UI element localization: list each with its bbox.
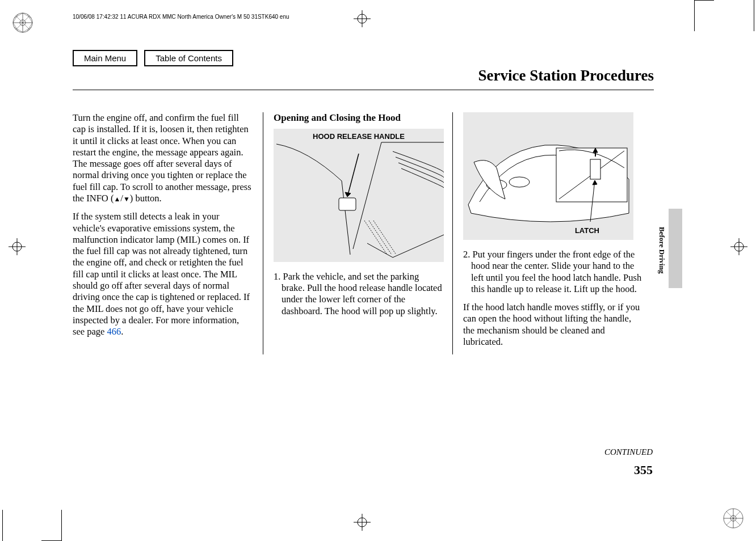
page-link-466[interactable]: 466 [107,326,121,337]
column-2: Opening and Closing the Hood HOOD RELEAS… [263,112,453,354]
page-title: Service Station Procedures [478,67,654,84]
crop-mark [694,0,714,1]
svg-rect-32 [339,198,356,210]
figure-label: LATCH [575,226,599,235]
svg-line-22 [13,14,18,23]
col1-para2: If the system still detects a leak in yo… [73,211,253,337]
svg-line-24 [27,14,32,23]
figure-label: HOOD RELEASE HANDLE [274,132,444,141]
hood-heading: Opening and Closing the Hood [274,112,442,124]
hood-release-illustration [274,141,444,260]
figure-hood-latch: LATCH [463,112,633,240]
nav-buttons: Main Menu Table of Contents [73,50,233,66]
crop-mark [2,510,3,541]
svg-rect-38 [590,159,600,179]
col3-para2: If the hood latch handle moves stiffly, … [463,302,643,348]
svg-line-20 [23,27,31,32]
step-2: 2. Put your fingers under the front edge… [463,249,643,295]
svg-line-18 [23,13,31,18]
registration-target-icon [9,238,26,255]
svg-line-21 [14,27,23,32]
registration-ornament-icon [723,508,744,529]
up-triangle-icon: ▲ [114,195,120,203]
figure-hood-release: HOOD RELEASE HANDLE [274,129,444,262]
col1-para1: Turn the engine off, and confirm the fue… [73,112,253,204]
svg-line-33 [347,154,359,197]
svg-line-19 [14,13,23,18]
toc-button[interactable]: Table of Contents [144,50,233,66]
crop-mark [61,510,62,541]
side-section-label: Before Driving [657,227,666,273]
crop-mark [754,0,754,31]
content-columns: Turn the engine off, and confirm the fue… [73,112,643,354]
crop-mark [694,0,695,31]
registration-target-icon [730,238,747,255]
main-menu-button[interactable]: Main Menu [73,50,137,66]
registration-target-icon [354,10,371,27]
svg-line-25 [27,23,32,31]
page-number: 355 [634,463,653,477]
doc-header: 10/06/08 17:42:32 11 ACURA RDX MMC North… [73,14,289,20]
step-1: 1. Park the vehicle, and set the parking… [274,271,442,317]
registration-ornament-icon [12,12,33,33]
hood-latch-illustration [465,117,631,230]
svg-line-23 [13,23,18,31]
side-tab [669,209,682,288]
registration-target-icon [354,514,371,531]
column-1: Turn the engine off, and confirm the fue… [73,112,263,354]
svg-marker-34 [345,192,351,197]
down-triangle-icon: ▼ [123,195,130,203]
continued-label: CONTINUED [604,447,653,457]
title-rule [73,90,654,90]
column-3: LATCH 2. Put your fingers under the fron… [453,112,643,354]
